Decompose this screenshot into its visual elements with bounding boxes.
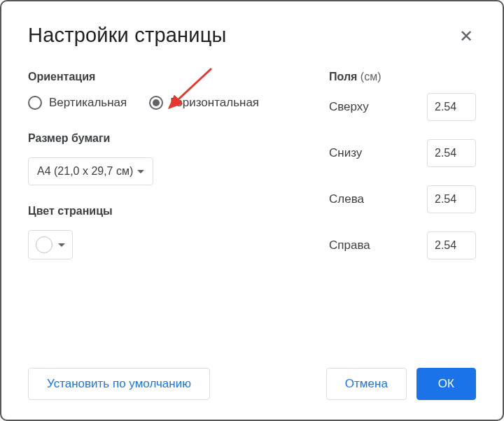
dialog-title: Настройки страницы xyxy=(28,24,227,47)
orientation-portrait-label: Вертикальная xyxy=(49,96,127,110)
color-swatch-icon xyxy=(36,236,52,253)
margin-left-label: Слева xyxy=(329,192,364,206)
chevron-down-icon xyxy=(58,243,65,247)
margin-bottom-input[interactable] xyxy=(427,139,476,167)
page-color-label: Цвет страницы xyxy=(28,205,315,217)
margins-unit: (см) xyxy=(360,71,382,83)
margin-bottom-row: Снизу xyxy=(329,139,476,167)
margin-right-label: Справа xyxy=(329,238,370,252)
margin-top-row: Сверху xyxy=(329,93,476,121)
set-default-button[interactable]: Установить по умолчанию xyxy=(28,368,210,400)
dialog-footer: Установить по умолчанию Отмена ОК xyxy=(28,368,476,400)
orientation-label: Ориентация xyxy=(28,71,315,83)
page-color-picker[interactable] xyxy=(28,230,73,259)
paper-size-select[interactable]: A4 (21,0 x 29,7 см) xyxy=(28,157,153,185)
cancel-button[interactable]: Отмена xyxy=(326,368,407,400)
margins-label-text: Поля xyxy=(329,71,357,83)
left-column: Ориентация Вертикальная Горизонтальная Р… xyxy=(28,71,315,278)
radio-icon xyxy=(149,96,163,110)
dialog-header: Настройки страницы ✕ xyxy=(28,24,476,47)
margins-label: Поля (см) xyxy=(329,71,476,83)
margin-right-input[interactable] xyxy=(427,231,476,259)
margin-top-label: Сверху xyxy=(329,100,369,114)
page-setup-dialog: Настройки страницы ✕ Ориентация Вертикал… xyxy=(0,0,504,421)
margin-top-input[interactable] xyxy=(427,93,476,121)
close-icon: ✕ xyxy=(459,27,473,45)
orientation-landscape-radio[interactable]: Горизонтальная xyxy=(149,96,259,110)
ok-button[interactable]: ОК xyxy=(416,368,476,400)
orientation-radios: Вертикальная Горизонтальная xyxy=(28,96,315,110)
margin-left-row: Слева xyxy=(329,185,476,213)
paper-size-label: Размер бумаги xyxy=(28,132,315,145)
margin-right-row: Справа xyxy=(329,231,476,259)
chevron-down-icon xyxy=(137,170,144,173)
radio-icon xyxy=(28,96,42,110)
margin-left-input[interactable] xyxy=(427,185,476,213)
close-button[interactable]: ✕ xyxy=(456,27,476,46)
dialog-content: Ориентация Вертикальная Горизонтальная Р… xyxy=(28,71,476,278)
margin-bottom-label: Снизу xyxy=(329,146,362,160)
orientation-portrait-radio[interactable]: Вертикальная xyxy=(28,96,127,110)
paper-size-value: A4 (21,0 x 29,7 см) xyxy=(37,165,133,178)
orientation-landscape-label: Горизонтальная xyxy=(170,96,259,110)
right-column: Поля (см) Сверху Снизу Слева Справа xyxy=(329,71,476,278)
